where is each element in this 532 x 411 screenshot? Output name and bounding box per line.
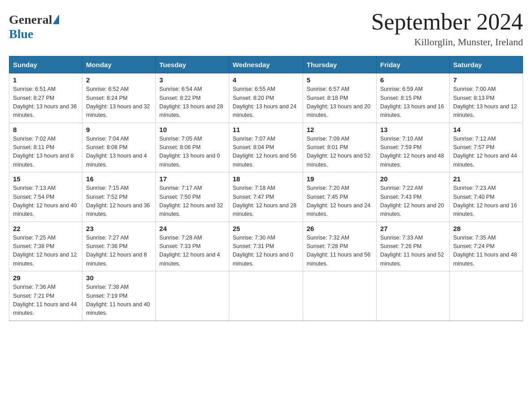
table-row: 12Sunrise: 7:09 AMSunset: 8:01 PMDayligh… [303, 123, 376, 172]
day-number: 28 [453, 225, 519, 232]
day-info: Sunrise: 7:27 AMSunset: 7:36 PMDaylight:… [86, 234, 151, 269]
table-row: 19Sunrise: 7:20 AMSunset: 7:45 PMDayligh… [303, 172, 376, 222]
day-info: Sunrise: 7:10 AMSunset: 7:59 PMDaylight:… [380, 135, 446, 170]
table-row: 11Sunrise: 7:07 AMSunset: 8:04 PMDayligh… [229, 123, 303, 172]
logo-triangle-icon [53, 14, 59, 24]
col-friday: Friday [377, 56, 450, 73]
day-info: Sunrise: 6:57 AMSunset: 8:18 PMDaylight:… [307, 85, 373, 120]
month-title: September 2024 [371, 9, 523, 34]
table-row: 4Sunrise: 6:55 AMSunset: 8:20 PMDaylight… [229, 73, 303, 123]
day-info: Sunrise: 7:36 AMSunset: 7:21 PMDaylight:… [13, 283, 78, 318]
calendar-week-row: 8Sunrise: 7:02 AMSunset: 8:11 PMDaylight… [9, 123, 523, 172]
table-row: 30Sunrise: 7:38 AMSunset: 7:19 PMDayligh… [82, 271, 155, 321]
day-info: Sunrise: 7:12 AMSunset: 7:57 PMDaylight:… [453, 135, 519, 170]
calendar-table: Sunday Monday Tuesday Wednesday Thursday… [9, 56, 523, 321]
table-row: 7Sunrise: 7:00 AMSunset: 8:13 PMDaylight… [449, 73, 523, 123]
table-row [449, 271, 523, 321]
day-info: Sunrise: 7:18 AMSunset: 7:47 PMDaylight:… [233, 184, 299, 219]
table-row: 23Sunrise: 7:27 AMSunset: 7:36 PMDayligh… [82, 222, 155, 271]
table-row [303, 271, 376, 321]
day-info: Sunrise: 7:15 AMSunset: 7:52 PMDaylight:… [86, 184, 151, 219]
table-row: 2Sunrise: 6:52 AMSunset: 8:24 PMDaylight… [82, 73, 155, 123]
calendar-header-row: Sunday Monday Tuesday Wednesday Thursday… [9, 56, 523, 73]
day-info: Sunrise: 7:23 AMSunset: 7:40 PMDaylight:… [453, 184, 519, 219]
table-row: 9Sunrise: 7:04 AMSunset: 8:08 PMDaylight… [82, 123, 155, 172]
day-number: 19 [307, 175, 373, 183]
day-number: 27 [380, 225, 446, 232]
col-tuesday: Tuesday [155, 56, 229, 73]
day-info: Sunrise: 7:00 AMSunset: 8:13 PMDaylight:… [453, 85, 519, 120]
day-number: 10 [159, 126, 225, 133]
col-monday: Monday [82, 56, 155, 73]
day-info: Sunrise: 7:33 AMSunset: 7:26 PMDaylight:… [380, 234, 446, 269]
day-number: 8 [13, 126, 78, 133]
table-row: 24Sunrise: 7:28 AMSunset: 7:33 PMDayligh… [155, 222, 229, 271]
table-row: 20Sunrise: 7:22 AMSunset: 7:43 PMDayligh… [377, 172, 450, 222]
col-thursday: Thursday [303, 56, 376, 73]
day-number: 7 [453, 76, 519, 84]
day-info: Sunrise: 7:20 AMSunset: 7:45 PMDaylight:… [307, 184, 373, 219]
day-info: Sunrise: 7:30 AMSunset: 7:31 PMDaylight:… [233, 234, 299, 269]
table-row: 8Sunrise: 7:02 AMSunset: 8:11 PMDaylight… [9, 123, 82, 172]
day-number: 29 [13, 274, 78, 282]
day-number: 12 [307, 126, 373, 133]
calendar-week-row: 1Sunrise: 6:51 AMSunset: 8:27 PMDaylight… [9, 73, 523, 123]
col-sunday: Sunday [9, 56, 82, 73]
table-row: 25Sunrise: 7:30 AMSunset: 7:31 PMDayligh… [229, 222, 303, 271]
day-info: Sunrise: 7:25 AMSunset: 7:38 PMDaylight:… [13, 234, 78, 269]
day-info: Sunrise: 7:04 AMSunset: 8:08 PMDaylight:… [86, 135, 151, 170]
day-number: 5 [307, 76, 373, 84]
day-info: Sunrise: 6:59 AMSunset: 8:15 PMDaylight:… [380, 85, 446, 120]
table-row: 10Sunrise: 7:05 AMSunset: 8:06 PMDayligh… [155, 123, 229, 172]
day-info: Sunrise: 7:28 AMSunset: 7:33 PMDaylight:… [159, 234, 225, 269]
table-row: 18Sunrise: 7:18 AMSunset: 7:47 PMDayligh… [229, 172, 303, 222]
day-info: Sunrise: 7:07 AMSunset: 8:04 PMDaylight:… [233, 135, 299, 170]
table-row [377, 271, 450, 321]
day-info: Sunrise: 7:32 AMSunset: 7:28 PMDaylight:… [307, 234, 373, 269]
calendar-week-row: 22Sunrise: 7:25 AMSunset: 7:38 PMDayligh… [9, 222, 523, 271]
day-info: Sunrise: 7:35 AMSunset: 7:24 PMDaylight:… [453, 234, 519, 269]
day-number: 26 [307, 225, 373, 232]
table-row: 5Sunrise: 6:57 AMSunset: 8:18 PMDaylight… [303, 73, 376, 123]
day-info: Sunrise: 6:55 AMSunset: 8:20 PMDaylight:… [233, 85, 299, 120]
title-area: September 2024 Killorglin, Munster, Irel… [371, 9, 523, 48]
day-number: 30 [86, 274, 151, 282]
day-number: 14 [453, 126, 519, 133]
day-number: 13 [380, 126, 446, 133]
day-info: Sunrise: 7:09 AMSunset: 8:01 PMDaylight:… [307, 135, 373, 170]
table-row: 3Sunrise: 6:54 AMSunset: 8:22 PMDaylight… [155, 73, 229, 123]
day-info: Sunrise: 6:52 AMSunset: 8:24 PMDaylight:… [86, 85, 151, 120]
day-info: Sunrise: 7:05 AMSunset: 8:06 PMDaylight:… [159, 135, 225, 170]
day-info: Sunrise: 6:51 AMSunset: 8:27 PMDaylight:… [13, 85, 78, 120]
day-info: Sunrise: 7:13 AMSunset: 7:54 PMDaylight:… [13, 184, 78, 219]
table-row: 22Sunrise: 7:25 AMSunset: 7:38 PMDayligh… [9, 222, 82, 271]
table-row: 13Sunrise: 7:10 AMSunset: 7:59 PMDayligh… [377, 123, 450, 172]
day-info: Sunrise: 7:17 AMSunset: 7:50 PMDaylight:… [159, 184, 225, 219]
col-saturday: Saturday [449, 56, 523, 73]
table-row: 1Sunrise: 6:51 AMSunset: 8:27 PMDaylight… [9, 73, 82, 123]
table-row: 16Sunrise: 7:15 AMSunset: 7:52 PMDayligh… [82, 172, 155, 222]
header: General Blue September 2024 Killorglin, … [9, 9, 523, 48]
col-wednesday: Wednesday [229, 56, 303, 73]
day-number: 16 [86, 175, 151, 183]
location-title: Killorglin, Munster, Ireland [371, 36, 523, 48]
logo: General Blue [9, 9, 59, 41]
table-row: 26Sunrise: 7:32 AMSunset: 7:28 PMDayligh… [303, 222, 376, 271]
day-number: 6 [380, 76, 446, 84]
day-number: 11 [233, 126, 299, 133]
table-row: 21Sunrise: 7:23 AMSunset: 7:40 PMDayligh… [449, 172, 523, 222]
day-number: 25 [233, 225, 299, 232]
table-row: 29Sunrise: 7:36 AMSunset: 7:21 PMDayligh… [9, 271, 82, 321]
table-row: 17Sunrise: 7:17 AMSunset: 7:50 PMDayligh… [155, 172, 229, 222]
day-info: Sunrise: 7:22 AMSunset: 7:43 PMDaylight:… [380, 184, 446, 219]
day-number: 20 [380, 175, 446, 183]
table-row: 15Sunrise: 7:13 AMSunset: 7:54 PMDayligh… [9, 172, 82, 222]
logo-blue-text: Blue [9, 27, 33, 41]
day-number: 15 [13, 175, 78, 183]
table-row: 6Sunrise: 6:59 AMSunset: 8:15 PMDaylight… [377, 73, 450, 123]
table-row: 27Sunrise: 7:33 AMSunset: 7:26 PMDayligh… [377, 222, 450, 271]
table-row: 14Sunrise: 7:12 AMSunset: 7:57 PMDayligh… [449, 123, 523, 172]
day-number: 4 [233, 76, 299, 84]
day-number: 9 [86, 126, 151, 133]
day-number: 2 [86, 76, 151, 84]
